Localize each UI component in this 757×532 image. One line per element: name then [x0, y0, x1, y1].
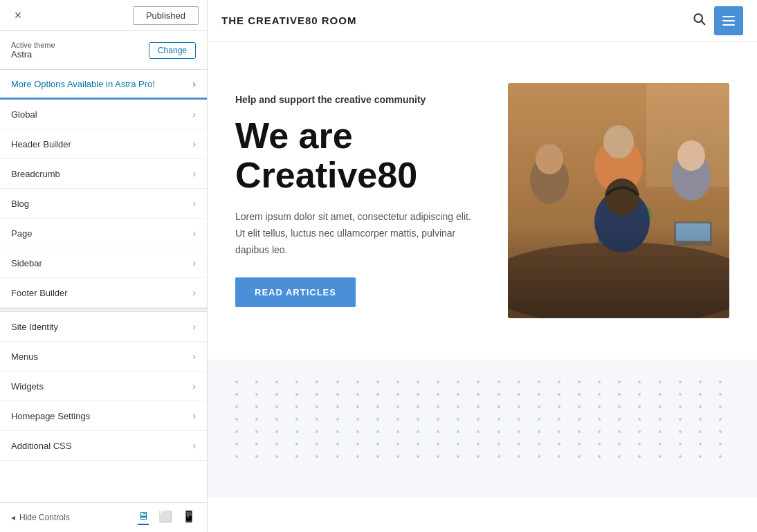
menu-item-label: Additional CSS: [11, 441, 71, 451]
dot: [699, 443, 702, 446]
menu-item-additional-css[interactable]: Additional CSS ›: [0, 431, 207, 461]
menu-item-sidebar[interactable]: Sidebar ›: [0, 248, 207, 278]
dot: [598, 418, 601, 421]
menu-item-blog[interactable]: Blog ›: [0, 189, 207, 219]
chevron-right-icon: ›: [192, 168, 196, 179]
dot: [578, 455, 581, 458]
dot: [538, 430, 540, 433]
desktop-icon[interactable]: 🖥: [138, 510, 149, 525]
dot: [417, 405, 419, 408]
dot: [417, 455, 419, 458]
dot: [558, 418, 560, 421]
menu-item-footer-builder[interactable]: Footer Builder ›: [0, 278, 207, 308]
dot: [356, 418, 359, 421]
dot: [437, 443, 439, 446]
dot: [638, 405, 641, 408]
dot: [598, 405, 601, 408]
dot: [699, 430, 702, 433]
dot: [457, 393, 459, 396]
dot: [275, 405, 278, 408]
published-button[interactable]: Published: [133, 6, 199, 25]
header-icons: [692, 6, 743, 35]
dot: [457, 430, 459, 433]
dot: [376, 393, 379, 396]
dot: [316, 418, 318, 421]
svg-point-5: [508, 242, 729, 318]
dot: [659, 430, 662, 433]
dot: [538, 380, 540, 383]
hide-controls-label: Hide Controls: [19, 513, 70, 522]
dot: [578, 380, 581, 383]
site-title: THE CREATIVE80 ROOM: [221, 15, 356, 26]
dot: [356, 393, 359, 396]
dot: [295, 418, 298, 421]
dot: [638, 455, 641, 458]
menu-item-page[interactable]: Page ›: [0, 219, 207, 248]
hide-controls-button[interactable]: ◂ Hide Controls: [11, 513, 70, 522]
dot: [275, 430, 278, 433]
dot: [538, 455, 540, 458]
dot: [638, 443, 641, 446]
dot: [235, 393, 238, 396]
chevron-right-icon: ›: [192, 109, 196, 120]
chevron-right-icon: ›: [192, 228, 196, 239]
dot: [275, 443, 278, 446]
dot: [255, 405, 258, 408]
dot: [518, 405, 520, 408]
dot: [477, 443, 480, 446]
menu-item-breadcrumb[interactable]: Breadcrumb ›: [0, 159, 207, 189]
chevron-right-icon: ›: [192, 321, 196, 332]
dot: [518, 455, 520, 458]
theme-section: Active theme Astra Change: [0, 31, 207, 70]
menu-button[interactable]: [714, 6, 743, 35]
dot: [437, 455, 439, 458]
hero-description: Lorem ipsum dolor sit amet, consectetur …: [235, 209, 480, 258]
menu-item-site-identity[interactable]: Site Identity ›: [0, 312, 207, 342]
menu-item-menus[interactable]: Menus ›: [0, 342, 207, 372]
menu-item-homepage-settings[interactable]: Homepage Settings ›: [0, 401, 207, 431]
dot: [679, 393, 682, 396]
dot: [356, 430, 359, 433]
dot: [618, 418, 621, 421]
chevron-right-icon: ›: [192, 287, 196, 298]
close-button[interactable]: ×: [8, 6, 28, 25]
search-button[interactable]: [692, 12, 706, 29]
dot: [437, 418, 439, 421]
dot: [336, 418, 339, 421]
dot: [578, 430, 581, 433]
astra-pro-banner[interactable]: More Options Available in Astra Pro! ›: [0, 70, 207, 100]
menu-item-header-builder[interactable]: Header Builder ›: [0, 129, 207, 159]
chevron-right-icon: ›: [192, 257, 196, 268]
dot: [457, 405, 459, 408]
hamburger-line: [722, 24, 735, 26]
mobile-icon[interactable]: 📱: [182, 510, 196, 525]
dot: [316, 443, 318, 446]
menu-item-label: Header Builder: [11, 139, 71, 149]
menu-item-widgets[interactable]: Widgets ›: [0, 372, 207, 401]
dot: [275, 393, 278, 396]
dot: [417, 430, 419, 433]
dot: [719, 405, 722, 408]
dot: [356, 380, 359, 383]
dot: [498, 405, 500, 408]
dot: [578, 418, 581, 421]
menu-item-global[interactable]: Global ›: [0, 100, 207, 129]
dot: [498, 380, 500, 383]
dot: [498, 418, 500, 421]
dot: [558, 455, 560, 458]
dot: [316, 393, 318, 396]
dot: [417, 443, 419, 446]
dot: [336, 405, 339, 408]
dot: [336, 393, 339, 396]
tablet-icon[interactable]: ⬜: [158, 510, 172, 525]
dot: [417, 393, 419, 396]
read-articles-button[interactable]: READ ARTICLES: [235, 277, 356, 307]
menu-item-label: Homepage Settings: [11, 411, 90, 421]
change-theme-button[interactable]: Change: [149, 42, 196, 59]
dot: [235, 443, 238, 446]
dot: [498, 393, 500, 396]
chevron-right-icon: ›: [192, 380, 196, 392]
dot: [598, 380, 601, 383]
dot: [679, 430, 682, 433]
preview-panel: THE CREATIVE80 ROOM Help and support the…: [208, 0, 757, 532]
